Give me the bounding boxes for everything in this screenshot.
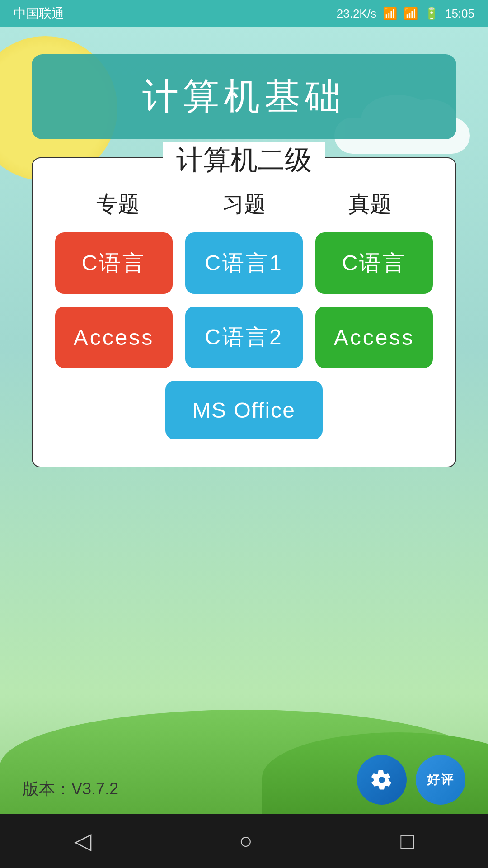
col-header-zhuanti: 专题 [55, 190, 181, 219]
back-button[interactable]: ◁ [74, 828, 91, 854]
carrier-label: 中国联通 [14, 5, 64, 22]
btn-zhuanti-c[interactable]: C语言 [55, 232, 173, 294]
btn-zhuanti-access[interactable]: Access [55, 307, 173, 368]
btn-zhenti-access[interactable]: Access [315, 307, 433, 368]
app-title: 计算机基础 [142, 76, 346, 116]
btn-xiti-msoffice[interactable]: MS Office [165, 381, 323, 439]
msoffice-row: MS Office [55, 381, 433, 439]
btn-xiti-c2[interactable]: C语言2 [185, 307, 303, 368]
status-bar: 中国联通 23.2K/s 📶 📶 🔋 15:05 [0, 0, 488, 27]
home-button[interactable]: ○ [239, 828, 253, 854]
category-card: 计算机二级 专题 习题 真题 C语言 C语言1 C语言 Access C语言2 … [32, 157, 456, 467]
gear-icon [370, 768, 394, 792]
btn-xiti-c1[interactable]: C语言1 [185, 232, 303, 294]
battery-icon: 🔋 [424, 7, 439, 21]
col-header-xiti: 习题 [181, 190, 307, 219]
settings-button[interactable] [357, 755, 407, 805]
recents-button[interactable]: □ [400, 828, 414, 854]
col-header-zhenti: 真题 [307, 190, 433, 219]
network-speed: 23.2K/s [337, 7, 376, 21]
buttons-row1: C语言 C语言1 C语言 [55, 232, 433, 294]
btn-zhenti-c[interactable]: C语言 [315, 232, 433, 294]
action-buttons: 好评 [357, 755, 465, 805]
version-label: 版本：V3.7.2 [23, 778, 118, 800]
wifi-icon: 📶 [383, 7, 397, 21]
rate-button[interactable]: 好评 [416, 755, 465, 805]
category-label-wrap: 计算机二级 [163, 142, 325, 179]
main-content: 计算机基础 计算机二级 专题 习题 真题 C语言 C语言1 C语言 Access… [0, 27, 488, 814]
title-banner: 计算机基础 [32, 54, 456, 139]
status-right: 23.2K/s 📶 📶 🔋 15:05 [337, 7, 474, 21]
signal-icon: 📶 [404, 7, 418, 21]
column-headers: 专题 习题 真题 [55, 190, 433, 219]
buttons-row2: Access C语言2 Access [55, 307, 433, 368]
clock: 15:05 [445, 7, 474, 21]
category-label: 计算机二级 [176, 145, 312, 175]
bottom-nav-bar: ◁ ○ □ [0, 814, 488, 868]
